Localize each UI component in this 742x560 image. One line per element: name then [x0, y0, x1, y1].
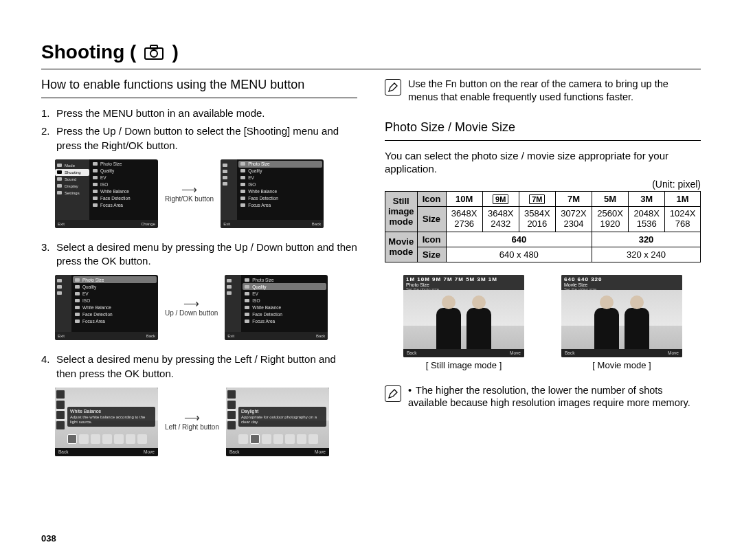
table-cell-size: 2560X 1920	[592, 206, 629, 232]
left-section-heading: How to enable functions using the MENU b…	[41, 78, 357, 92]
menu-screenshot-sub2: Photo Size Quality EV ISO White Balance …	[55, 275, 158, 340]
unit-label: (Unit: pixel)	[385, 179, 701, 190]
step-4-text: Select a desired menu by pressing the Le…	[56, 352, 357, 381]
menu-screenshot-main: Mode Shooting Sound Display Settings Pho…	[55, 159, 158, 228]
camera-icon	[144, 45, 164, 60]
menu-side-sound: Sound	[55, 176, 89, 183]
menu-side-display: Display	[55, 183, 89, 190]
page-number: 038	[41, 533, 56, 544]
arrow-right-icon: ⟶	[181, 184, 197, 195]
step-2-text: Press the Up / Down button to select the…	[56, 124, 357, 153]
menu-screenshot-sub3: Photo Size Quality EV ISO White Balance …	[225, 275, 328, 340]
step-1-text: Press the MENU button in an available mo…	[56, 107, 357, 120]
note-bottom-text: The higher the resolution, the lower the…	[408, 384, 701, 410]
row-icon-label: Icon	[417, 232, 446, 247]
table-cell-icon: 320	[592, 232, 701, 247]
table-cell-icon: 640	[446, 232, 592, 247]
steps-list: 1.Press the MENU button in an available …	[41, 107, 357, 153]
note-top: Use the Fn button on the rear of the cam…	[385, 78, 701, 104]
table-cell-size: 3648X 2736	[446, 206, 482, 232]
menu-screenshot-sub: Photo Size Quality EV ISO White Balance …	[221, 159, 324, 228]
pencil-note-icon	[385, 79, 401, 96]
title-rule	[41, 69, 701, 69]
pencil-note-icon	[385, 385, 401, 402]
note-top-text: Use the Fn button on the rear of the cam…	[408, 78, 701, 104]
table-cell-icon: 7M	[555, 191, 592, 206]
sample-movie-screenshot: 640 640 320 Movie Size Set the video siz…	[561, 275, 682, 357]
menu-item: ISO	[91, 181, 157, 188]
size-table: Still image mode Icon 10M 9M 7M 7M 5M 3M…	[385, 191, 701, 262]
menu-item: Photo Size	[91, 161, 157, 168]
figure-step3: Photo Size Quality EV ISO White Balance …	[55, 275, 357, 340]
wb-hint: Appropriate for outdoor photography on a…	[241, 415, 324, 425]
step-2: 2.Press the Up / Down button to select t…	[41, 124, 357, 153]
step-3-text: Select a desired menu by pressing the Up…	[56, 240, 357, 269]
steps-list-4: 4.Select a desired menu by pressing the …	[41, 352, 357, 381]
arrow-caption: Up / Down button	[165, 309, 218, 317]
table-cell-icon: 9M	[482, 191, 519, 206]
row-size-label: Size	[417, 247, 446, 262]
table-cell-icon: 5M	[592, 191, 629, 206]
sample-screens: 1M 10M 9M 7M 7M 5M 3M 1M Photo Size Set …	[385, 275, 701, 370]
sample-still-caption: [ Still image mode ]	[426, 360, 502, 370]
step-1: 1.Press the MENU button in an available …	[41, 107, 357, 120]
wb-label: Daylight	[241, 409, 324, 414]
arrow-caption: Left / Right button	[165, 423, 219, 431]
menu-item: Face Detection	[91, 195, 157, 202]
sample-still-screenshot: 1M 10M 9M 7M 7M 5M 3M 1M Photo Size Set …	[403, 275, 524, 357]
sample-movie-caption: [ Movie mode ]	[592, 360, 651, 370]
still-mode-head: Still image mode	[385, 191, 418, 232]
arrow-left-right: ⟶ Left / Right button	[165, 412, 219, 431]
menu-item: Photo Size	[238, 161, 322, 168]
menu-footer-exit: Exit	[58, 222, 65, 226]
table-cell-icon: 7M	[519, 191, 555, 206]
steps-list-3: 3.Select a desired menu by pressing the …	[41, 240, 357, 269]
intro-text: You can select the photo size / movie si…	[385, 149, 701, 176]
table-cell-icon: 10M	[446, 191, 482, 206]
menu-footer-change: Change	[141, 222, 155, 226]
menu-item: Focus Area	[91, 202, 157, 209]
note-bottom: The higher the resolution, the lower the…	[385, 384, 701, 410]
figure-step4: White BalanceAdjust the white balance ac…	[55, 388, 357, 456]
right-column: Use the Fn button on the rear of the cam…	[385, 78, 701, 469]
table-cell-size: 2048X 1536	[629, 206, 665, 232]
page-title: Shooting ( )	[41, 41, 701, 63]
wb-hint: Adjust the white balance according to th…	[70, 415, 153, 425]
right-section-rule	[385, 140, 701, 141]
sample-title: Movie Size	[564, 282, 587, 287]
page-title-suffix: )	[172, 41, 178, 63]
arrow-right-icon: ⟶	[184, 412, 200, 423]
menu-item: White Balance	[91, 188, 157, 195]
arrow-right-icon: ⟶	[183, 298, 199, 309]
sample-title: Photo Size	[406, 282, 429, 287]
page-title-text: Shooting (	[41, 41, 136, 63]
left-column: How to enable functions using the MENU b…	[41, 78, 357, 469]
table-cell-size: 320 x 240	[592, 247, 701, 262]
row-icon-label: Icon	[417, 191, 446, 206]
menu-side-settings: Settings	[55, 190, 89, 197]
wb-label: White Balance	[70, 409, 153, 414]
arrow-right-ok: ⟶ Right/OK button	[165, 184, 214, 203]
table-cell-size: 3648X 2432	[482, 206, 519, 232]
wb-screenshot-left: White BalanceAdjust the white balance ac…	[55, 388, 158, 456]
table-cell-size: 1024X 768	[665, 206, 701, 232]
menu-item: Quality	[91, 168, 157, 175]
table-cell-icon: 3M	[629, 191, 665, 206]
figure-step2: Mode Shooting Sound Display Settings Pho…	[55, 159, 357, 228]
svg-point-2	[150, 50, 157, 57]
arrow-up-down: ⟶ Up / Down button	[165, 298, 218, 317]
table-cell-size: 3072X 2304	[555, 206, 592, 232]
movie-mode-head: Movie mode	[385, 232, 418, 262]
left-section-rule	[41, 98, 357, 98]
table-cell-size: 640 x 480	[446, 247, 592, 262]
menu-side-mode: Mode	[55, 162, 89, 169]
step-4: 4.Select a desired menu by pressing the …	[41, 352, 357, 381]
menu-side-shooting: Shooting	[55, 169, 89, 176]
svg-rect-1	[150, 45, 157, 49]
menu-item: EV	[91, 175, 157, 181]
right-section-heading: Photo Size / Movie Size	[385, 120, 701, 135]
wb-screenshot-right: DaylightAppropriate for outdoor photogra…	[226, 388, 329, 456]
arrow-caption: Right/OK button	[165, 195, 214, 203]
step-3: 3.Select a desired menu by pressing the …	[41, 240, 357, 269]
row-size-label: Size	[417, 206, 446, 232]
